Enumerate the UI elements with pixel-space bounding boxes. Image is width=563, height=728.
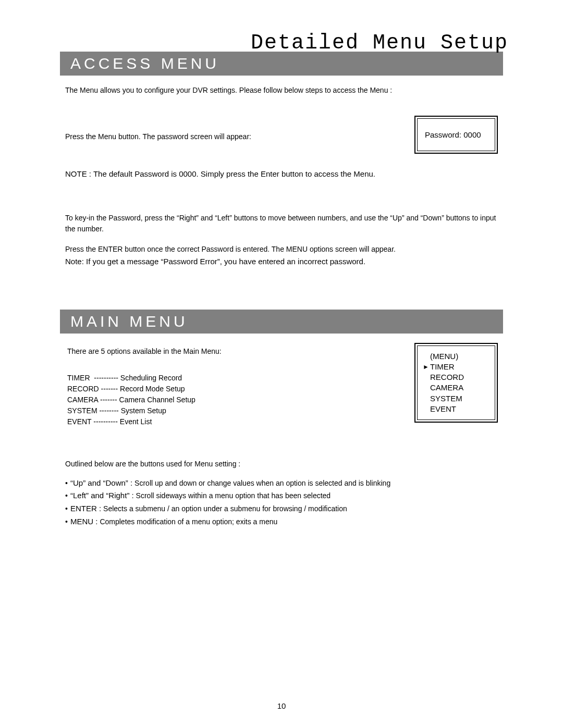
access-intro: The Menu allows you to configure your DV… xyxy=(65,85,498,96)
main-intro: There are 5 options available in the Mai… xyxy=(67,346,394,357)
menu-item-timer: ►TIMER xyxy=(423,362,486,372)
menu-title: (MENU) xyxy=(423,351,486,362)
menu-item-record: RECORD xyxy=(423,372,486,382)
page-number: 10 xyxy=(0,701,563,710)
menu-item-camera: CAMERA xyxy=(423,382,486,393)
press-menu-text: Press the Menu button. The password scre… xyxy=(65,116,399,141)
def-event: EVENT ---------- Event List xyxy=(67,416,394,427)
menu-definitions: TIMER ---------- Scheduling Record RECOR… xyxy=(67,373,394,427)
press-enter-text: Press the ENTER button once the correct … xyxy=(65,244,498,255)
bullet-updown: •“Up” and “Down” : Scroll up and down or… xyxy=(65,477,498,490)
error-note: Note: If you get a message “Password Err… xyxy=(65,257,498,266)
note-line: NOTE : The default Password is 0000. Sim… xyxy=(65,168,498,180)
outlined-text: Outlined below are the buttons used for … xyxy=(65,459,498,470)
def-camera: CAMERA ------- Camera Channel Setup xyxy=(67,394,394,405)
section-heading-access: ACCESS MENU xyxy=(60,52,503,76)
menu-screen-box: (MENU) ►TIMER RECORD CAMERA SYSTEM EVENT xyxy=(414,343,498,423)
password-screen-content: Password: 0000 xyxy=(417,118,495,151)
menu-item-system: SYSTEM xyxy=(423,393,486,404)
note-label: NOTE : xyxy=(65,169,91,178)
menu-item-event: EVENT xyxy=(423,404,486,414)
section-heading-main: MAIN MENU xyxy=(60,310,503,334)
bullet-leftright: •“Left” and “Right” : Scroll sideways wi… xyxy=(65,489,498,502)
password-row: Press the Menu button. The password scre… xyxy=(65,116,498,154)
bullet-menu: •MENU : Completes modification of a menu… xyxy=(65,515,498,528)
def-record: RECORD ------- Record Mode Setup xyxy=(67,384,394,394)
def-timer: TIMER ---------- Scheduling Record xyxy=(67,373,394,384)
bullet-enter: •ENTER : Selects a submenu / an option u… xyxy=(65,502,498,515)
note-text: The default Password is 0000. Simply pre… xyxy=(91,169,375,178)
pointer-icon: ► xyxy=(423,363,430,371)
main-menu-row: There are 5 options available in the Mai… xyxy=(65,343,498,427)
password-screen-box: Password: 0000 xyxy=(414,116,498,154)
manual-page: Detailed Menu Setup ACCESS MENU The Menu… xyxy=(0,0,563,728)
menu-screen-content: (MENU) ►TIMER RECORD CAMERA SYSTEM EVENT xyxy=(417,346,495,421)
def-system: SYSTEM -------- System Setup xyxy=(67,405,394,416)
button-bullets: •“Up” and “Down” : Scroll up and down or… xyxy=(65,477,498,528)
keyin-text: To key-in the Password, press the “Right… xyxy=(65,213,498,235)
